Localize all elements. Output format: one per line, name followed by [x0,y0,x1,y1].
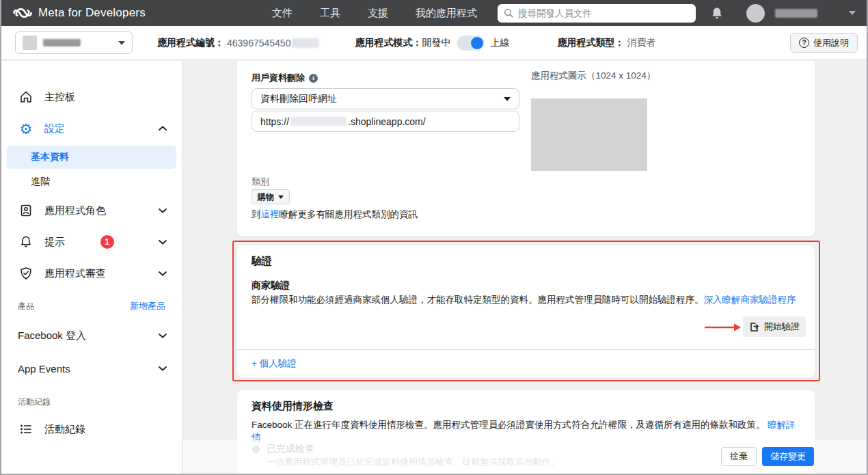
sidebar-item-app-events[interactable]: App Events [1,352,182,385]
verification-desc-text: 部分權限和功能必須經過商家或個人驗證，才能存取特定類型的資料。應用程式管理員隨時… [252,295,704,305]
start-verification-label: 開始驗證 [764,321,800,333]
sidebar-subitem-label: 進階 [31,176,50,188]
app-mode-group: 應用程式模式： 開發中 上線 [355,36,509,51]
app-icon-placeholder[interactable] [531,98,647,171]
notifications-bell-icon[interactable] [711,7,723,20]
app-type-value: 消費者 [627,37,655,49]
sidebar-item-label: 主控板 [44,91,75,104]
business-verification-description: 部分權限和功能必須經過商家或個人驗證，才能存取特定類型的資料。應用程式管理員隨時… [252,293,800,306]
save-changes-button[interactable]: 儲存變更 [762,447,814,466]
nav-docs[interactable]: 文件 [272,7,293,20]
top-nav: 文件 工具 支援 我的應用程式 [272,7,477,20]
products-label: 產品 [18,301,34,312]
sidebar-item-app-roles[interactable]: 應用程式角色 [1,195,182,226]
help-button[interactable]: ? 使用說明 [790,33,858,53]
note-post: 瞭解更多有關應用程式類別的資訊 [280,209,418,219]
chevron-down-icon [278,195,284,199]
sidebar-item-label: 應用程式審查 [44,267,106,280]
redacted-username [775,9,817,18]
chevron-down-icon [159,271,167,276]
add-product-link[interactable]: 新增產品 [130,300,165,312]
chevron-down-icon [159,208,167,213]
data-deletion-label-text: 用戶資料刪除 [252,72,305,84]
nav-my-apps[interactable]: 我的應用程式 [416,7,477,20]
discard-button[interactable]: 捨棄 [721,447,757,466]
app-mode-toggle[interactable] [457,36,485,51]
products-section-header: 產品 新增產品 [1,293,182,319]
redacted-app-name [43,39,81,46]
data-deletion-field-label: 用戶資料刪除 i [252,72,318,84]
business-verification-title: 商家驗證 [252,280,290,292]
sidebar-subitem-basic-settings[interactable]: 基本資料 [7,146,176,169]
home-icon [18,90,34,104]
sidebar-subitem-advanced[interactable]: 進階 [7,170,176,193]
id-card-icon [18,204,34,217]
meta-infinity-icon [12,8,33,18]
app-mode-dev: 開發中 [422,37,450,49]
sidebar-item-label: 設定 [44,122,65,135]
sidebar-item-label: 活動紀錄 [44,423,85,436]
sidebar-item-label: 提示 [44,236,65,249]
verification-title: 驗證 [252,255,272,268]
app-type-group: 應用程式類型： 消費者 [557,37,655,49]
main-content: 用戶資料刪除 i 資料刪除回呼網址 https:// .shoplineapp.… [183,61,867,474]
search-icon [504,8,513,18]
sidebar-item-activity-log[interactable]: 活動紀錄 [1,415,182,444]
export-icon [749,322,759,332]
nav-tools[interactable]: 工具 [320,7,340,20]
chevron-down-icon [504,97,511,101]
chevron-down-icon [159,239,167,245]
toggle-knob [471,37,483,49]
chevron-down-icon [118,41,125,45]
category-value: 購物 [258,191,274,203]
sidebar-item-settings[interactable]: ⚙ 設定 [1,113,182,144]
basic-settings-card: 用戶資料刪除 i 資料刪除回呼網址 https:// .shoplineapp.… [237,61,815,236]
sidebar-item-app-review[interactable]: 應用程式審查 [1,258,182,289]
info-icon[interactable]: i [309,74,318,83]
data-use-desc-text: Facebook 正在進行年度資料使用情形檢查。應用程式管理員必須證實使用方式符… [252,420,765,430]
account-chevron-down-icon[interactable] [849,11,856,15]
app-id-value: 463967545450 [227,38,290,49]
app-mode-live: 上線 [490,37,509,49]
search-input[interactable] [518,8,690,18]
sidebar-item-alerts[interactable]: 提示 1 [1,226,182,258]
app-window: Meta for Developers 文件 工具 支援 我的應用程式 [0,0,868,475]
verification-card: 驗證 商家驗證 部分權限和功能必須經過商家或個人驗證，才能存取特定類型的資料。應… [237,245,815,378]
logo-text: Meta for Developers [38,6,146,20]
save-bar: 捨棄 儲存變更 [183,439,867,474]
sidebar: 主控板 ⚙ 設定 基本資料 進階 應用程式角色 [1,61,182,474]
sidebar-item-label: 應用程式角色 [44,204,106,217]
sidebar-item-label: Facebook 登入 [18,329,86,342]
category-chip[interactable]: 購物 [252,189,290,204]
note-pre: 到 [252,209,261,219]
deletion-url-input[interactable]: https:// .shoplineapp.com/ [252,111,519,132]
deletion-method-select[interactable]: 資料刪除回呼網址 [252,88,519,109]
category-note: 到這裡瞭解更多有關應用程式類別的資訊 [252,208,418,221]
personal-verification-link[interactable]: + 個人驗證 [252,357,297,370]
category-here-link[interactable]: 這裡 [261,209,280,219]
search-box[interactable] [498,4,696,23]
app-type-label: 應用程式類型： [557,37,624,49]
redacted-url-subdomain [290,117,347,126]
business-verification-learn-more-link[interactable]: 深入瞭解商家驗證程序 [704,295,796,305]
question-circle-icon: ? [799,38,809,48]
list-icon [18,422,34,436]
activity-section-header: 活動紀錄 [1,389,182,415]
sidebar-subitem-label: 基本資料 [31,151,69,163]
deletion-method-value: 資料刪除回呼網址 [260,93,337,105]
app-icon-size-label: 應用程式圖示（1024 x 1024） [531,70,657,82]
annotation-arrow-icon [705,322,742,333]
sidebar-item-dashboard[interactable]: 主控板 [1,81,182,113]
sidebar-item-facebook-login[interactable]: Facebook 登入 [1,319,182,352]
app-id-label: 應用程式編號： [157,37,224,49]
sidebar-item-label: App Events [18,363,70,375]
meta-logo[interactable]: Meta for Developers [12,6,146,20]
activity-section-label: 活動紀錄 [18,396,51,408]
start-verification-button[interactable]: 開始驗證 [743,316,806,337]
avatar[interactable] [746,4,765,23]
chevron-down-icon [159,366,167,371]
chevron-down-icon [159,333,167,338]
nav-support[interactable]: 支援 [368,7,388,20]
url-prefix: https:// [260,116,289,127]
app-selector-dropdown[interactable] [15,31,133,54]
